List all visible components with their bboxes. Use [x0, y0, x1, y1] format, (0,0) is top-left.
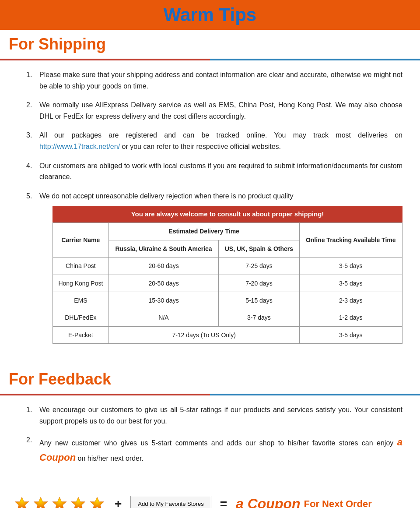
shipping-content: Please make sure that your shipping addr…	[0, 60, 420, 365]
list-item: All our packages are registered and can …	[26, 130, 402, 152]
col-tracking: Online Tracking Available Time	[299, 223, 402, 258]
carrier-name: China Post	[53, 258, 109, 275]
feedback-content: We encourage our customers to give us al…	[0, 395, 420, 482]
feedback-divider	[0, 394, 420, 395]
equals-icon: =	[220, 497, 227, 508]
list-item: Please make sure that your shipping addr…	[26, 69, 402, 92]
star-5	[88, 495, 106, 508]
tracking-time: 2-3 days	[299, 292, 402, 309]
tracking-time: 3-5 days	[299, 258, 402, 275]
star-2	[32, 495, 49, 508]
table-row: E-Packet 7-12 days (To US Only) 3-5 days	[53, 326, 402, 343]
russia-time: N/A	[108, 309, 219, 326]
stars-group	[13, 495, 106, 508]
col-estimated: Estimated Delivery Time	[108, 223, 299, 240]
feedback-section-header: For Feedback	[0, 365, 420, 394]
russia-time: 20-50 days	[108, 275, 219, 292]
shipping-divider	[0, 59, 420, 60]
svg-marker-4	[90, 497, 104, 508]
shipping-table: Carrier Name Estimated Delivery Time Onl…	[52, 222, 402, 344]
us-only-time: 7-12 days (To US Only)	[108, 326, 299, 343]
us-time: 3-7 days	[219, 309, 299, 326]
welcome-banner: You are always welcome to consult us abo…	[52, 206, 402, 222]
list-item: We encourage our customers to give us al…	[26, 404, 402, 427]
feedback-list: We encourage our customers to give us al…	[26, 404, 402, 466]
table-row: China Post 20-60 days 7-25 days 3-5 days	[53, 258, 402, 275]
carrier-name: E-Packet	[53, 326, 109, 343]
add-store-button[interactable]: Add to My Favorite Stores	[130, 496, 211, 508]
page-header: Warm Tips	[0, 0, 420, 30]
tracking-time: 3-5 days	[299, 326, 402, 343]
table-row: Hong Kong Post 20-50 days 7-20 days 3-5 …	[53, 275, 402, 292]
list-item: We normally use AliExpress Delivery serv…	[26, 99, 402, 122]
shipping-item-4: Our customers are obliged to work with l…	[39, 160, 402, 183]
tracking-time: 3-5 days	[299, 275, 402, 292]
feedback-item-1: We encourage our customers to give us al…	[39, 404, 402, 427]
coupon-big-text: a Coupon	[236, 496, 301, 508]
us-time: 7-25 days	[219, 258, 299, 275]
us-time: 7-20 days	[219, 275, 299, 292]
shipping-item-5: We do not accept unreasonable delivery r…	[39, 190, 402, 348]
svg-marker-2	[52, 497, 66, 508]
shipping-section-header: For Shipping	[0, 30, 420, 59]
russia-time: 15-30 days	[108, 292, 219, 309]
us-time: 5-15 days	[219, 292, 299, 309]
carrier-name: DHL/FedEx	[53, 309, 109, 326]
carrier-name: EMS	[53, 292, 109, 309]
coupon-result: a Coupon For Next Order	[236, 496, 372, 508]
table-header-row: Carrier Name Estimated Delivery Time Onl…	[53, 223, 402, 240]
russia-time: 20-60 days	[108, 258, 219, 275]
svg-marker-1	[34, 497, 48, 508]
table-row: EMS 15-30 days 5-15 days 2-3 days	[53, 292, 402, 309]
shipping-item-3: All our packages are registered and can …	[39, 130, 402, 152]
next-order-text: For Next Order	[304, 498, 372, 508]
svg-marker-0	[15, 497, 29, 508]
star-4	[70, 495, 87, 508]
col-russia: Russia, Ukraine & South America	[108, 240, 219, 257]
shipping-list: Please make sure that your shipping addr…	[26, 69, 402, 348]
table-row: DHL/FedEx N/A 3-7 days 1-2 days	[53, 309, 402, 326]
list-item: Any new customer who gives us 5-start co…	[26, 434, 402, 465]
carrier-name: Hong Kong Post	[53, 275, 109, 292]
shipping-table-container: You are always welcome to consult us abo…	[52, 206, 402, 344]
col-carrier: Carrier Name	[53, 223, 109, 258]
feedback-item-2: Any new customer who gives us 5-start co…	[39, 434, 402, 465]
list-item: Our customers are obliged to work with l…	[26, 160, 402, 183]
tracking-link[interactable]: http://www.17track.net/en/	[39, 143, 120, 150]
shipping-item-1: Please make sure that your shipping addr…	[39, 69, 402, 92]
page-title: Warm Tips	[0, 4, 420, 25]
svg-marker-3	[71, 497, 85, 508]
plus-icon: +	[115, 497, 122, 508]
shipping-item-2: We normally use AliExpress Delivery serv…	[39, 99, 402, 122]
bottom-bar: + Add to My Favorite Stores = a Coupon F…	[0, 487, 420, 508]
list-item: We do not accept unreasonable delivery r…	[26, 190, 402, 348]
star-1	[13, 495, 31, 508]
col-us: US, UK, Spain & Others	[219, 240, 299, 257]
star-3	[51, 495, 68, 508]
tracking-time: 1-2 days	[299, 309, 402, 326]
